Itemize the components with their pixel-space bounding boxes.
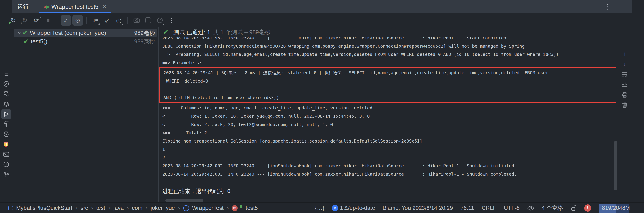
clear-icon[interactable] (620, 101, 629, 109)
history-icon[interactable]: ◷ (114, 15, 124, 26)
breadcrumb-java[interactable]: java (113, 205, 124, 211)
hide-tool-window-icon[interactable]: — (616, 3, 632, 10)
tool-window-title: 运行 (17, 3, 29, 11)
scroll-down-icon[interactable]: ↓ (620, 60, 629, 68)
breadcrumb-wrappertest[interactable]: WrapperTest (192, 205, 224, 211)
blame-widget[interactable]: Blame: You 2023/8/14 20:29 (382, 205, 453, 211)
run-toolbar: ↻▶ ↻● ⟳▫ ■ ✓ ⊘ ↓≡ ↙ ◷ → ⋮ (0, 14, 644, 27)
sql-log-line: AND (id IN (select id from user where id… (160, 94, 616, 102)
scroll-up-icon[interactable]: ↑ (620, 50, 629, 58)
method-icon: m (232, 205, 238, 211)
tree-row-test5[interactable]: ✔ test5() 989毫秒 (14, 37, 157, 46)
sort-icon[interactable]: ↓≡ (90, 15, 100, 26)
active-tab-underline (39, 12, 111, 14)
breadcrumb-com[interactable]: com (132, 205, 142, 211)
vcs-widget[interactable]: Δ 1 Δ/up-to-date (332, 205, 375, 211)
caret-position-widget[interactable]: 76:11 (460, 205, 474, 211)
console-line: ==> Parameters: (159, 58, 618, 67)
console-line: <== Row: 1, Joker, 18, Joker_yue@qq.com,… (159, 112, 618, 120)
breadcrumb-sep-icon: › (75, 204, 77, 212)
console-line: 1 (159, 145, 618, 154)
database-icon[interactable] (1, 89, 12, 99)
toolbar-more-icon[interactable]: ⋮ (166, 15, 177, 26)
problems-icon[interactable] (1, 160, 12, 169)
console-line: <== Columns: id, name, age, email, creat… (159, 104, 618, 112)
left-tool-stripe (0, 27, 12, 202)
console-line: <== Total: 2 (159, 129, 618, 137)
class-icon: C (183, 205, 189, 211)
horizontal-scrollbar[interactable] (166, 199, 204, 202)
run-icon[interactable] (1, 109, 12, 119)
soft-wrap-icon[interactable] (620, 70, 629, 78)
show-passed-icon[interactable]: ✓ (61, 15, 71, 26)
console-line: 2023-08-14 20:29:42.002 INFO 23240 --- [… (159, 162, 618, 170)
jump-to-source-icon[interactable]: ↙ (102, 15, 112, 26)
console-toolbar: ↑ ↓ (618, 37, 632, 202)
profiler-icon[interactable] (1, 79, 12, 89)
memory-indicator[interactable]: 819/2048M (599, 204, 641, 212)
breadcrumb-sep-icon: › (108, 204, 110, 212)
code-folding-widget[interactable]: {…} (315, 205, 324, 211)
console-line: 2023-08-14 20:29:42.003 INFO 23240 --- [… (159, 170, 618, 178)
reader-mode-icon[interactable] (527, 206, 534, 210)
rerun-icon[interactable]: ↻▶ (8, 15, 18, 26)
console-line: 2 (159, 154, 618, 162)
right-corner (632, 0, 644, 14)
tests-passed-text: 测试 已通过: 1 (173, 28, 210, 36)
print-icon[interactable] (620, 91, 629, 99)
encoding-widget[interactable]: UTF-8 (504, 205, 520, 211)
lock-overlay-icon (240, 205, 242, 208)
tab-wrappertest-test5[interactable]: ◀▶ WrapperTest.test5 × (38, 0, 112, 14)
breadcrumb-sep-icon: › (127, 204, 129, 212)
console-line: ==> Preparing: SELECT id,name,age,email,… (159, 50, 618, 58)
build-icon[interactable] (1, 119, 12, 129)
breadcrumb-joker-yue[interactable]: joker_yue (151, 205, 175, 211)
process-exit-line: 进程已结束，退出代码为 0 (159, 186, 618, 196)
test-tree: ✔ WrapperTest (com.joker_yue) 989毫秒 ✔ te… (12, 27, 159, 202)
stop-icon[interactable]: ■ (43, 15, 53, 26)
autotest-icon[interactable]: ⟳▫ (31, 15, 42, 26)
camera-icon[interactable] (132, 15, 142, 26)
git-branch-icon[interactable] (1, 170, 12, 180)
tests-passed-icon: ✔ (163, 29, 168, 36)
tab-title: WrapperTest.test5 (52, 3, 98, 10)
breadcrumb-sep-icon: › (178, 204, 180, 212)
more-options-icon[interactable]: ⋮ (600, 3, 616, 10)
chevron-down-icon[interactable] (16, 30, 22, 35)
breadcrumb-project[interactable]: MybatisPlusQuickStart (16, 205, 72, 211)
console-output[interactable]: 2023-08-14 20:29:41.952 INFO 23240 --- [… (159, 37, 618, 202)
breadcrumb: MybatisPlusQuickStart › src › test › jav… (8, 204, 258, 212)
tree-row-label: WrapperTest (com.joker_yue) (30, 30, 106, 36)
error-notification-icon[interactable]: ! (584, 204, 591, 212)
breadcrumb-sep-icon: › (227, 204, 229, 212)
gauge-icon[interactable] (155, 15, 165, 26)
console-line: 2023-08-14 20:29:41.952 INFO 23240 --- [… (159, 37, 618, 42)
export-icon[interactable]: → (143, 15, 154, 26)
layers-icon[interactable] (1, 99, 12, 109)
test-passed-icon: ✔ (24, 38, 28, 45)
junit-test-icon: ◀▶ (44, 4, 49, 10)
vertical-scrollbar[interactable] (614, 141, 617, 190)
scroll-to-end-icon[interactable] (620, 80, 629, 88)
services-icon[interactable] (1, 129, 12, 139)
terminal-icon[interactable] (1, 150, 12, 159)
breadcrumb-sep-icon: › (91, 204, 93, 212)
breadcrumb-src[interactable]: src (80, 205, 88, 211)
breadcrumb-test[interactable]: test (96, 205, 105, 211)
pencil-icon[interactable] (1, 140, 12, 149)
show-ignored-icon[interactable]: ⊘ (72, 15, 83, 26)
breadcrumb-test5[interactable]: test5 (246, 205, 258, 211)
sql-log-line (160, 85, 616, 94)
tree-row-wrappertest[interactable]: ✔ WrapperTest (com.joker_yue) 989毫秒 (14, 29, 157, 37)
rerun-failed-icon[interactable]: ↻● (20, 15, 30, 26)
tree-row-duration: 989毫秒 (134, 29, 155, 37)
tree-row-label: test5() (31, 38, 48, 45)
sql-highlight-box: 2023-08-14 20:29:41 | SQL耗时： 8 ms | 连接信息… (159, 67, 616, 103)
structure-icon[interactable] (1, 69, 12, 79)
lock-icon[interactable] (571, 205, 576, 212)
sql-log-line: 2023-08-14 20:29:41 | SQL耗时： 8 ms | 连接信息… (160, 69, 616, 77)
line-ending-widget[interactable]: CRLF (482, 205, 496, 211)
tests-total-text: 共 1 个测试 – 989毫秒 (213, 28, 270, 36)
indent-widget[interactable]: 4 个空格 (542, 204, 563, 212)
close-tab-icon[interactable]: × (102, 3, 106, 10)
